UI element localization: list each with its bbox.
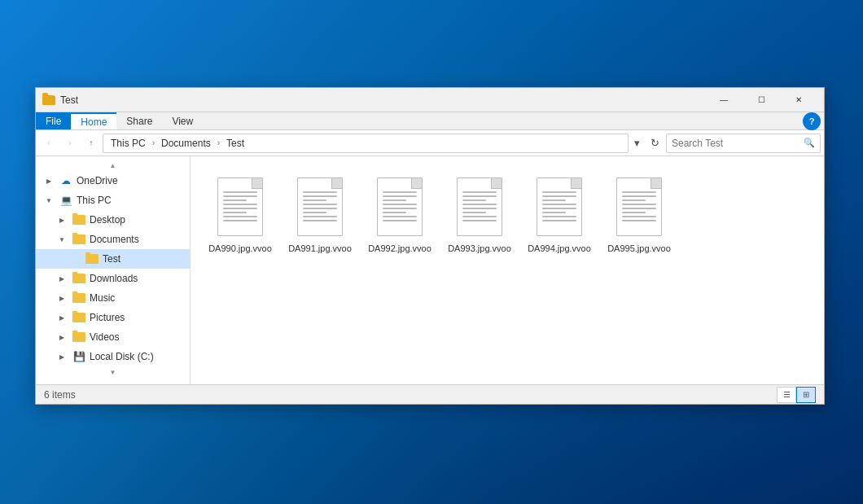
file-line xyxy=(622,220,656,221)
path-chevron-1: › xyxy=(152,138,155,147)
sidebar-item-pictures[interactable]: ▶ Pictures xyxy=(36,308,190,327)
sidebar-item-onedrive[interactable]: ▶ ☁ OneDrive xyxy=(36,171,190,191)
sidebar-item-documents[interactable]: ▼ Documents xyxy=(36,230,190,249)
file-line xyxy=(622,216,656,217)
window-controls: — ☐ ✕ xyxy=(705,88,817,112)
file-page xyxy=(616,177,662,236)
sidebar-scroll-down[interactable]: ▼ xyxy=(36,366,190,378)
path-thispc-label: This PC xyxy=(111,138,146,149)
sidebar-label-videos: Videos xyxy=(90,331,183,343)
file-lines xyxy=(303,191,337,221)
address-dropdown-button[interactable]: ▾ xyxy=(630,134,643,153)
forward-button[interactable]: › xyxy=(60,134,80,153)
tab-home[interactable]: Home xyxy=(71,112,116,129)
up-button[interactable]: ↑ xyxy=(81,134,101,153)
file-line xyxy=(462,220,497,221)
file-line xyxy=(303,204,337,205)
music-folder-icon xyxy=(72,291,86,305)
file-line xyxy=(223,191,257,193)
sidebar-item-videos[interactable]: ▶ Videos xyxy=(36,327,190,347)
path-documents[interactable]: Documents xyxy=(159,136,213,151)
file-page xyxy=(297,177,343,236)
desktop-folder-icon xyxy=(72,213,86,226)
address-path[interactable]: This PC › Documents › Test xyxy=(103,134,629,153)
sidebar-item-downloads[interactable]: ▶ Downloads xyxy=(36,269,190,288)
file-line xyxy=(383,220,417,221)
expand-music[interactable]: ▶ xyxy=(55,291,68,305)
file-lines xyxy=(542,191,576,221)
file-name-file5: DA994.jpg.vvoo xyxy=(528,243,591,254)
file-area: DA990.jpg.vvoo DA991.jpg.vvoo DA992.jpg.… xyxy=(191,156,824,384)
back-button[interactable]: ‹ xyxy=(39,134,59,153)
sidebar-label-localdisk: Local Disk (C:) xyxy=(90,351,183,362)
sidebar-item-thispc[interactable]: ▼ 💻 This PC xyxy=(36,191,190,210)
tab-share[interactable]: Share xyxy=(116,112,162,129)
file-line xyxy=(383,204,417,205)
file-explorer-window: Test — ☐ ✕ File Home Share View ? ‹ › ↑ … xyxy=(35,87,825,405)
file-item-file6[interactable]: DA995.jpg.vvoo xyxy=(602,169,676,259)
search-input[interactable] xyxy=(672,138,804,149)
sidebar-label-documents: Documents xyxy=(90,234,183,245)
file-item-file1[interactable]: DA990.jpg.vvoo xyxy=(204,169,277,259)
file-line xyxy=(383,208,417,209)
maximize-button[interactable]: ☐ xyxy=(743,88,780,112)
sidebar-scroll-up[interactable]: ▲ xyxy=(36,160,190,171)
file-line xyxy=(223,212,247,213)
sidebar-item-music[interactable]: ▶ Music xyxy=(36,288,190,308)
sidebar-item-desktop[interactable]: ▶ Desktop xyxy=(36,210,190,230)
expand-desktop[interactable]: ▶ xyxy=(55,213,68,226)
minimize-button[interactable]: — xyxy=(705,88,743,112)
file-item-file2[interactable]: DA991.jpg.vvoo xyxy=(283,169,357,259)
expand-pictures[interactable]: ▶ xyxy=(55,311,68,324)
file-line xyxy=(383,216,417,217)
file-line xyxy=(223,204,257,205)
disk-icon: 💾 xyxy=(72,350,86,363)
file-line xyxy=(542,220,576,221)
main-area: ▲ ▶ ☁ OneDrive ▼ 💻 This PC ▶ xyxy=(36,156,824,384)
file-item-file3[interactable]: DA992.jpg.vvoo xyxy=(363,169,436,259)
file-line xyxy=(542,195,576,197)
expand-downloads[interactable]: ▶ xyxy=(55,272,68,285)
window-icon xyxy=(42,94,55,107)
expand-videos[interactable]: ▶ xyxy=(55,331,68,344)
file-line xyxy=(383,195,417,197)
file-item-file4[interactable]: DA993.jpg.vvoo xyxy=(443,169,516,259)
file-name-file2: DA991.jpg.vvoo xyxy=(288,243,352,254)
file-lines xyxy=(622,191,656,221)
file-line xyxy=(622,195,656,197)
refresh-button[interactable]: ↻ xyxy=(645,134,664,153)
path-test[interactable]: Test xyxy=(224,136,247,151)
file-line xyxy=(223,199,247,201)
search-box: 🔍 xyxy=(666,134,821,153)
path-thispc[interactable]: This PC xyxy=(108,136,148,151)
search-button[interactable]: 🔍 xyxy=(804,138,815,148)
file-line xyxy=(622,191,656,193)
help-button[interactable]: ? xyxy=(803,112,821,130)
view-details-button[interactable]: ☰ xyxy=(777,387,796,403)
file-line xyxy=(462,195,497,197)
sidebar-item-test[interactable]: Test xyxy=(36,249,190,269)
file-page xyxy=(377,177,423,236)
expand-onedrive[interactable]: ▶ xyxy=(42,174,55,187)
file-page xyxy=(217,177,263,236)
close-button[interactable]: ✕ xyxy=(780,88,817,112)
expand-localdisk[interactable]: ▶ xyxy=(55,350,68,363)
file-icon-file5 xyxy=(533,174,585,239)
sidebar-label-thispc: This PC xyxy=(77,195,183,206)
file-line xyxy=(223,208,257,209)
expand-documents[interactable]: ▼ xyxy=(55,233,68,246)
expand-thispc[interactable]: ▼ xyxy=(42,194,55,207)
file-line xyxy=(223,216,257,217)
file-line xyxy=(622,199,646,201)
sidebar-item-localdisk[interactable]: ▶ 💾 Local Disk (C:) xyxy=(36,347,190,366)
path-test-label: Test xyxy=(226,138,244,149)
file-line xyxy=(383,212,406,213)
tab-file[interactable]: File xyxy=(36,112,71,129)
view-buttons: ☰ ⊞ xyxy=(777,387,816,403)
file-line xyxy=(303,191,337,193)
file-item-file5[interactable]: DA994.jpg.vvoo xyxy=(523,169,596,259)
tab-view[interactable]: View xyxy=(162,112,203,129)
file-line xyxy=(383,191,417,193)
file-icon-file6 xyxy=(613,174,665,239)
view-icons-button[interactable]: ⊞ xyxy=(796,387,816,403)
